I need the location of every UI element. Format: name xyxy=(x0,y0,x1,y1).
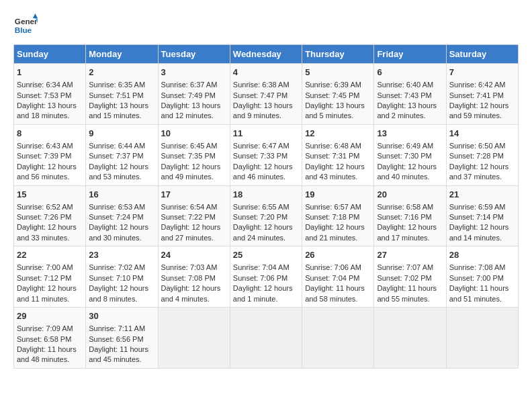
day-info-line: Sunrise: 7:06 AM xyxy=(305,263,371,273)
column-header-wednesday: Wednesday xyxy=(230,45,302,64)
day-info-line: Daylight: 12 hours xyxy=(161,222,227,232)
calendar-cell xyxy=(230,308,302,369)
day-number: 15 xyxy=(17,189,83,201)
day-number: 23 xyxy=(89,249,154,261)
day-info-line: and 9 minutes. xyxy=(233,111,299,121)
day-info-line: Sunrise: 6:45 AM xyxy=(161,141,227,151)
day-info-line: Sunrise: 7:07 AM xyxy=(377,263,443,273)
day-number: 5 xyxy=(305,66,371,79)
day-info-line: Sunset: 7:28 PM xyxy=(449,151,515,161)
day-number: 18 xyxy=(233,189,299,201)
calendar-cell: 28Sunrise: 7:08 AMSunset: 7:00 PMDayligh… xyxy=(446,246,518,308)
day-info-line: Sunrise: 7:08 AM xyxy=(449,263,515,273)
day-info-line: Sunset: 7:10 PM xyxy=(89,273,154,283)
day-info-line: Sunset: 7:08 PM xyxy=(161,273,227,283)
day-info-line: Sunrise: 6:57 AM xyxy=(305,202,371,212)
day-number: 4 xyxy=(233,66,299,79)
day-info-line: and 51 minutes. xyxy=(449,294,515,304)
column-header-tuesday: Tuesday xyxy=(158,45,230,64)
page-header: General Blue xyxy=(13,13,519,38)
calendar-cell: 3Sunrise: 6:37 AMSunset: 7:49 PMDaylight… xyxy=(158,64,230,125)
calendar-cell xyxy=(302,308,374,369)
day-info-line: Sunrise: 6:39 AM xyxy=(305,80,371,90)
day-info-line: Daylight: 12 hours xyxy=(377,162,443,172)
day-info-line: Sunset: 7:02 PM xyxy=(377,273,443,283)
day-info-line: Sunset: 7:18 PM xyxy=(305,212,371,222)
day-info-line: Sunset: 7:20 PM xyxy=(233,212,299,222)
day-info-line: and 24 minutes. xyxy=(233,233,299,243)
day-info-line: Sunset: 7:49 PM xyxy=(161,91,227,101)
calendar-header-row: SundayMondayTuesdayWednesdayThursdayFrid… xyxy=(14,45,519,64)
day-info-line: and 48 minutes. xyxy=(17,355,83,365)
day-info-line: and 5 minutes. xyxy=(305,111,371,121)
calendar-cell: 26Sunrise: 7:06 AMSunset: 7:04 PMDayligh… xyxy=(302,246,374,308)
day-info-line: and 45 minutes. xyxy=(89,355,154,365)
day-info-line: Sunrise: 6:53 AM xyxy=(89,202,154,212)
day-info-line: Sunrise: 6:40 AM xyxy=(377,80,443,90)
day-info-line: Sunset: 7:26 PM xyxy=(17,212,83,222)
day-info-line: and 59 minutes. xyxy=(449,111,515,121)
day-number: 12 xyxy=(305,128,371,140)
calendar-cell: 10Sunrise: 6:45 AMSunset: 7:35 PMDayligh… xyxy=(158,124,230,185)
day-info-line: and 12 minutes. xyxy=(161,111,227,121)
day-info-line: and 37 minutes. xyxy=(449,172,515,182)
day-info-line: and 15 minutes. xyxy=(89,111,154,121)
day-number: 1 xyxy=(17,66,83,79)
day-info-line: Sunset: 7:51 PM xyxy=(89,91,154,101)
day-info-line: Sunrise: 6:50 AM xyxy=(449,141,515,151)
calendar-cell: 30Sunrise: 7:11 AMSunset: 6:56 PMDayligh… xyxy=(86,308,158,369)
day-info-line: Daylight: 12 hours xyxy=(161,283,227,293)
calendar-cell: 29Sunrise: 7:09 AMSunset: 6:58 PMDayligh… xyxy=(14,308,86,369)
calendar-cell: 20Sunrise: 6:58 AMSunset: 7:16 PMDayligh… xyxy=(374,185,446,246)
column-header-sunday: Sunday xyxy=(14,45,86,64)
day-number: 29 xyxy=(17,310,83,322)
day-info-line: and 11 minutes. xyxy=(17,294,83,304)
day-info-line: Daylight: 12 hours xyxy=(17,283,83,293)
calendar-cell: 2Sunrise: 6:35 AMSunset: 7:51 PMDaylight… xyxy=(86,64,158,125)
day-info-line: and 40 minutes. xyxy=(377,172,443,182)
day-info-line: Daylight: 11 hours xyxy=(449,283,515,293)
day-number: 22 xyxy=(17,249,83,261)
calendar-cell: 1Sunrise: 6:34 AMSunset: 7:53 PMDaylight… xyxy=(14,64,86,125)
calendar-cell: 18Sunrise: 6:55 AMSunset: 7:20 PMDayligh… xyxy=(230,185,302,246)
day-info-line: Daylight: 12 hours xyxy=(17,162,83,172)
day-info-line: Sunset: 7:39 PM xyxy=(17,151,83,161)
day-info-line: and 8 minutes. xyxy=(89,294,154,304)
column-header-monday: Monday xyxy=(86,45,158,64)
day-info-line: Sunset: 7:47 PM xyxy=(233,91,299,101)
calendar-week-row: 29Sunrise: 7:09 AMSunset: 6:58 PMDayligh… xyxy=(14,308,519,369)
day-info-line: Sunrise: 6:58 AM xyxy=(377,202,443,212)
day-info-line: Sunrise: 6:37 AM xyxy=(161,80,227,90)
calendar-cell xyxy=(158,308,230,369)
calendar-cell: 25Sunrise: 7:04 AMSunset: 7:06 PMDayligh… xyxy=(230,246,302,308)
day-info-line: and 56 minutes. xyxy=(17,172,83,182)
day-number: 30 xyxy=(89,310,154,322)
day-info-line: and 33 minutes. xyxy=(17,233,83,243)
calendar-cell: 27Sunrise: 7:07 AMSunset: 7:02 PMDayligh… xyxy=(374,246,446,308)
day-info-line: Sunrise: 6:44 AM xyxy=(89,141,154,151)
calendar-cell: 16Sunrise: 6:53 AMSunset: 7:24 PMDayligh… xyxy=(86,185,158,246)
calendar-cell: 15Sunrise: 6:52 AMSunset: 7:26 PMDayligh… xyxy=(14,185,86,246)
logo: General Blue xyxy=(13,13,38,38)
day-number: 10 xyxy=(161,128,227,140)
day-info-line: Sunset: 7:31 PM xyxy=(305,151,371,161)
day-info-line: Sunrise: 6:43 AM xyxy=(17,141,83,151)
day-info-line: Sunrise: 7:04 AM xyxy=(233,263,299,273)
day-number: 13 xyxy=(377,128,443,140)
day-number: 28 xyxy=(449,249,515,261)
day-number: 16 xyxy=(89,189,154,201)
day-info-line: Daylight: 13 hours xyxy=(305,101,371,111)
day-info-line: Sunset: 7:00 PM xyxy=(449,273,515,283)
day-info-line: Sunrise: 7:09 AM xyxy=(17,324,83,334)
day-info-line: Sunrise: 6:48 AM xyxy=(305,141,371,151)
day-info-line: Daylight: 12 hours xyxy=(233,162,299,172)
calendar-week-row: 15Sunrise: 6:52 AMSunset: 7:26 PMDayligh… xyxy=(14,185,519,246)
day-info-line: Sunset: 7:14 PM xyxy=(449,212,515,222)
calendar-cell: 21Sunrise: 6:59 AMSunset: 7:14 PMDayligh… xyxy=(446,185,518,246)
day-info-line: Sunset: 6:58 PM xyxy=(17,334,83,345)
day-info-line: Sunrise: 6:35 AM xyxy=(89,80,154,90)
calendar-cell: 8Sunrise: 6:43 AMSunset: 7:39 PMDaylight… xyxy=(14,124,86,185)
day-info-line: Daylight: 13 hours xyxy=(377,101,443,111)
day-info-line: and 1 minute. xyxy=(233,294,299,304)
day-info-line: Daylight: 12 hours xyxy=(233,222,299,232)
